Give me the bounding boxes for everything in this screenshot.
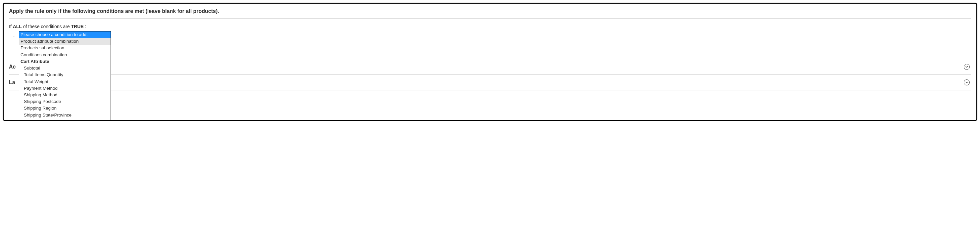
spacer [9,31,971,59]
dropdown-option-conditions-combination[interactable]: Conditions combination [19,52,111,58]
dropdown-option-payment-method[interactable]: Payment Method [19,85,111,92]
conditions-panel: Apply the rule only if the following con… [3,3,977,121]
dropdown-placeholder-option[interactable]: Please choose a condition to add. [19,32,111,38]
dropdown-option-shipping-method[interactable]: Shipping Method [19,92,111,98]
dropdown-optgroup-cart-attribute: Cart Attribute [19,58,111,65]
accordion-label-labels: La [9,80,15,85]
accordion-row-actions[interactable]: Ac [9,59,971,75]
accordion-label-actions: Ac [9,64,16,70]
condition-aggregator[interactable]: ALL [13,24,22,29]
dropdown-option-shipping-state-province[interactable]: Shipping State/Province [19,112,111,118]
dropdown-option-shipping-postcode[interactable]: Shipping Postcode [19,98,111,105]
accordion-row-labels[interactable]: La [9,75,971,90]
condition-suffix: : [84,24,86,29]
condition-prefix: If [9,24,13,29]
dropdown-option-shipping-region[interactable]: Shipping Region [19,105,111,112]
chevron-down-icon [964,64,970,70]
section-title: Apply the rule only if the following con… [9,7,971,19]
dropdown-option-total-items-quantity[interactable]: Total Items Quantity [19,72,111,78]
dropdown-option-products-subselection[interactable]: Products subselection [19,45,111,51]
condition-root-sentence: If ALL of these conditions are TRUE : [9,24,971,29]
dropdown-option-subtotal[interactable]: Subtotal [19,65,111,72]
dropdown-option-shipping-country[interactable]: Shipping Country [19,118,111,121]
condition-select-dropdown[interactable]: Please choose a condition to add. Produc… [19,31,111,121]
condition-mid: of these conditions are [22,24,71,29]
tree-connector-icon [13,32,15,37]
condition-value[interactable]: TRUE [71,24,84,29]
dropdown-option-product-attr-combination[interactable]: Product attribute combination [19,38,111,45]
chevron-down-icon [964,80,970,85]
dropdown-option-total-weight[interactable]: Total Weight [19,78,111,85]
